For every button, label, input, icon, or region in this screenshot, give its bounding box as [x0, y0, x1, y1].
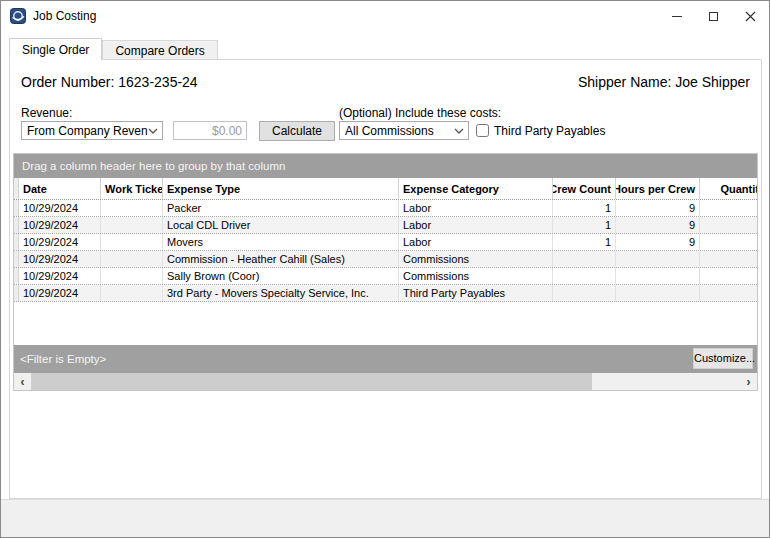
grid-cell[interactable]: [700, 251, 758, 267]
titlebar: Job Costing: [1, 1, 769, 31]
revenue-label: Revenue:: [21, 106, 72, 120]
grid-cell[interactable]: [616, 285, 700, 301]
dialog-footer: Close: [1, 499, 769, 537]
shipper-name-text: Shipper Name: Joe Shipper: [578, 74, 750, 90]
grid-cell[interactable]: Labor: [399, 234, 553, 250]
grid-cell[interactable]: Labor: [399, 200, 553, 216]
grid-cell[interactable]: [553, 251, 616, 267]
tab-strip: Single Order Compare Orders: [9, 38, 218, 60]
revenue-amount-input[interactable]: [173, 121, 247, 140]
expenses-grid: Drag a column header here to group by th…: [13, 153, 758, 391]
scroll-left-icon[interactable]: ‹: [14, 373, 31, 390]
chevron-down-icon: [454, 128, 464, 134]
grid-cell[interactable]: [553, 268, 616, 284]
grid-cell[interactable]: 10/29/2024: [19, 268, 101, 284]
horizontal-scrollbar[interactable]: ‹ ›: [14, 373, 757, 390]
customize-button[interactable]: Customize...: [693, 348, 753, 369]
filter-band: <Filter is Empty> Customize...: [14, 345, 757, 373]
minimize-icon[interactable]: [658, 1, 695, 31]
table-row[interactable]: 10/29/2024MoversLabor19: [14, 234, 757, 251]
optional-costs-label: (Optional) Include these costs:: [339, 106, 501, 120]
column-header-date[interactable]: Date: [19, 178, 101, 199]
grid-cell[interactable]: 1: [553, 234, 616, 250]
grid-body: 10/29/2024PackerLabor1910/29/2024Local C…: [14, 200, 757, 302]
grid-cell[interactable]: [101, 234, 163, 250]
table-row[interactable]: 10/29/2024Commission - Heather Cahill (S…: [14, 251, 757, 268]
grid-cell[interactable]: 10/29/2024: [19, 234, 101, 250]
grid-cell[interactable]: [616, 251, 700, 267]
filter-status-text: <Filter is Empty>: [20, 353, 106, 365]
grid-cell[interactable]: [101, 200, 163, 216]
grid-header-row: DateWork TicketExpense TypeExpense Categ…: [14, 178, 757, 200]
grid-cell[interactable]: Sally Brown (Coor): [163, 268, 399, 284]
grid-cell[interactable]: 9: [616, 200, 700, 216]
tab-compare-orders[interactable]: Compare Orders: [102, 40, 217, 60]
grid-cell[interactable]: 3rd Party - Movers Specialty Service, In…: [163, 285, 399, 301]
grid-cell[interactable]: [616, 268, 700, 284]
grid-cell[interactable]: Movers: [163, 234, 399, 250]
grid-cell[interactable]: Commission - Heather Cahill (Sales): [163, 251, 399, 267]
column-header-expense-type[interactable]: Expense Type: [163, 178, 399, 199]
table-row[interactable]: 10/29/20243rd Party - Movers Specialty S…: [14, 285, 757, 302]
column-header-quantity[interactable]: Quantity: [700, 178, 758, 199]
grid-cell[interactable]: [700, 268, 758, 284]
tab-single-order[interactable]: Single Order: [9, 38, 102, 60]
window-controls: [658, 1, 769, 31]
column-header-hours-per-crew[interactable]: Hours per Crew: [616, 178, 700, 199]
chevron-down-icon: [148, 128, 158, 134]
grid-cell[interactable]: 1: [553, 217, 616, 233]
column-header-expense-category[interactable]: Expense Category: [399, 178, 553, 199]
grid-cell[interactable]: [700, 285, 758, 301]
scroll-right-icon[interactable]: ›: [740, 373, 757, 390]
maximize-icon[interactable]: [695, 1, 732, 31]
column-header-work-ticket[interactable]: Work Ticket: [101, 178, 163, 199]
grid-cell[interactable]: Local CDL Driver: [163, 217, 399, 233]
grid-empty-area: [14, 302, 757, 345]
grid-cell[interactable]: 10/29/2024: [19, 285, 101, 301]
table-row[interactable]: 10/29/2024PackerLabor19: [14, 200, 757, 217]
close-window-icon[interactable]: [732, 1, 769, 31]
grid-cell[interactable]: 9: [616, 217, 700, 233]
revenue-source-value: From Company Revenue: [27, 124, 148, 138]
commissions-value: All Commissions: [345, 124, 454, 138]
grid-cell[interactable]: Labor: [399, 217, 553, 233]
grid-cell[interactable]: [101, 251, 163, 267]
grid-cell[interactable]: 9: [616, 234, 700, 250]
commissions-dropdown[interactable]: All Commissions: [339, 121, 469, 140]
grid-cell[interactable]: [700, 200, 758, 216]
third-party-payables-checkbox[interactable]: [476, 124, 489, 137]
grid-cell[interactable]: 1: [553, 200, 616, 216]
window-title: Job Costing: [33, 9, 96, 23]
grid-cell[interactable]: 10/29/2024: [19, 251, 101, 267]
grid-cell[interactable]: [700, 234, 758, 250]
job-costing-window: Job Costing Single Order Compare Orders …: [0, 0, 770, 538]
grid-cell[interactable]: [101, 217, 163, 233]
grid-cell[interactable]: Packer: [163, 200, 399, 216]
column-header-crew-count[interactable]: Crew Count: [553, 178, 616, 199]
scrollbar-thumb[interactable]: [31, 373, 592, 390]
grid-cell[interactable]: [101, 268, 163, 284]
grid-cell[interactable]: 10/29/2024: [19, 217, 101, 233]
grid-cell[interactable]: [700, 217, 758, 233]
grid-cell[interactable]: 10/29/2024: [19, 200, 101, 216]
table-row[interactable]: 10/29/2024Local CDL DriverLabor19: [14, 217, 757, 234]
grid-cell[interactable]: [101, 285, 163, 301]
table-row[interactable]: 10/29/2024Sally Brown (Coor)Commissions: [14, 268, 757, 285]
grid-cell[interactable]: Commissions: [399, 268, 553, 284]
grid-cell[interactable]: Third Party Payables: [399, 285, 553, 301]
revenue-source-dropdown[interactable]: From Company Revenue: [21, 121, 163, 140]
app-logo-icon: [10, 8, 26, 24]
grid-cell[interactable]: Commissions: [399, 251, 553, 267]
third-party-payables-label[interactable]: Third Party Payables: [494, 124, 605, 138]
group-by-band[interactable]: Drag a column header here to group by th…: [14, 154, 757, 178]
order-number-text: Order Number: 1623-235-24: [21, 74, 198, 90]
grid-cell[interactable]: [553, 285, 616, 301]
calculate-button[interactable]: Calculate: [259, 121, 335, 141]
